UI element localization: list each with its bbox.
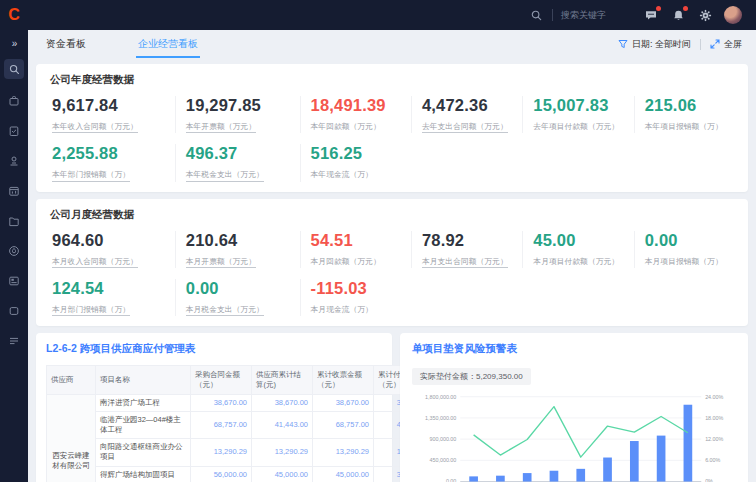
table-header-row: 供应商项目名称采购合同金额（元）供应商累计结算(元)累计收票金额（元）累计付款金… xyxy=(47,366,435,395)
metric-label: 本月税金支出（万元） xyxy=(186,305,264,316)
metric-label: 本年开票额（万元） xyxy=(186,122,256,133)
metric: 54.51本月回款额（万元） xyxy=(300,231,411,268)
supplier-cell: 西安云峰建材有限公司 xyxy=(47,394,96,482)
amount-cell: 13,290.29 xyxy=(191,439,252,466)
table-row: 临港产业园32—04#楼主体工程68,757.0041,443.0068,757… xyxy=(47,412,435,439)
project-name-cell: 向阳路交通枢纽商业办公项目 xyxy=(96,439,191,466)
risk-combo-chart[interactable]: 0.000%450,000.006.00%900,000.0012.00%1,3… xyxy=(412,389,736,482)
bar[interactable] xyxy=(576,469,585,482)
fullscreen-button[interactable]: 全屏 xyxy=(710,38,742,51)
metric-label: 本月部门报销额（万） xyxy=(52,305,130,316)
metric: 19,297.85本年开票额（万元） xyxy=(175,96,300,133)
sidebar-item-building-icon[interactable] xyxy=(6,93,22,109)
metric-label: 本月回款额（万元） xyxy=(311,257,381,266)
column-header: 采购合同金额（元） xyxy=(191,366,252,395)
supplier-payable-table: 供应商项目名称采购合同金额（元）供应商累计结算(元)累计收票金额（元）累计付款金… xyxy=(46,365,435,482)
tab-bar: 资金看板 企业经营看板 日期: 全部时间 全屏 xyxy=(28,30,756,58)
bar[interactable] xyxy=(603,458,612,482)
right-axis-tick: 6.00% xyxy=(705,458,720,464)
bell-icon[interactable] xyxy=(670,7,686,23)
search-input[interactable]: 搜索关键字 xyxy=(561,9,606,22)
metric-label: 本月支出合同额（万元） xyxy=(422,257,508,268)
metric-value: 124.54 xyxy=(52,279,165,298)
sidebar-collapse-icon[interactable]: » xyxy=(12,38,17,49)
annual-data-card: 公司年度经营数据 9,617.84本年收入合同额（万元）19,297.85本年开… xyxy=(36,64,748,192)
metric-value: -115.03 xyxy=(311,279,401,298)
tab-enterprise-dashboard[interactable]: 企业经营看板 xyxy=(136,30,200,58)
payable-table-title: L2-6-2 跨项目供应商应付管理表 xyxy=(46,342,382,356)
metric-label: 本年收入合同额（万元） xyxy=(52,122,138,133)
bar[interactable] xyxy=(657,436,666,482)
line-series[interactable] xyxy=(474,407,688,458)
monthly-metrics-grid: 964.60本月收入合同额（万元）210.64本月开票额（万元）54.51本月回… xyxy=(50,231,734,317)
gear-icon[interactable] xyxy=(697,7,713,23)
bar[interactable] xyxy=(496,476,505,482)
table-row: 西安云峰建材有限公司南洋进贤广场工程38,670.0038,670.0038,6… xyxy=(47,394,435,411)
right-axis-tick: 24.00% xyxy=(705,394,723,400)
metric-value: 516.25 xyxy=(311,144,401,163)
metric: 0.00本月税金支出（万元） xyxy=(175,279,300,316)
metric: 18,491.39本年回款额（万元） xyxy=(300,96,411,133)
bar[interactable] xyxy=(684,405,693,482)
message-icon[interactable] xyxy=(643,7,659,23)
metric: 210.64本月开票额（万元） xyxy=(175,231,300,268)
metric-label: 本年现金流（万） xyxy=(311,170,373,179)
bar-series[interactable] xyxy=(469,405,692,482)
amount-cell: 13,290.29 xyxy=(252,439,313,466)
user-avatar[interactable] xyxy=(724,6,742,24)
project-name-cell: 临港产业园32—04#楼主体工程 xyxy=(96,412,191,439)
left-axis-tick: 1,350,000.00 xyxy=(425,415,456,421)
column-header: 供应商累计结算(元) xyxy=(252,366,313,395)
table-row: 向阳路交通枢纽商业办公项目13,290.2913,290.2913,290.29… xyxy=(47,439,435,466)
right-axis-tick: 18.00% xyxy=(705,415,723,421)
metric-value: 964.60 xyxy=(52,231,165,250)
annual-card-title: 公司年度经营数据 xyxy=(50,73,734,87)
column-header: 累计收票金额（元） xyxy=(313,366,374,395)
metric-value: 9,617.84 xyxy=(52,96,165,115)
risk-card-title: 单项目垫资风险预警表 xyxy=(412,342,736,356)
left-axis-tick: 1,800,000.00 xyxy=(425,394,456,400)
fullscreen-icon xyxy=(710,39,720,49)
global-search[interactable]: 搜索关键字 xyxy=(528,7,606,23)
metric-value: 45.00 xyxy=(533,231,623,250)
sidebar-item-fund-icon[interactable] xyxy=(6,243,22,259)
metric: 124.54本月部门报销额（万） xyxy=(50,279,175,316)
tab-funds-dashboard[interactable]: 资金看板 xyxy=(44,30,88,58)
project-name-cell: 南洋进贤广场工程 xyxy=(96,394,191,411)
metric-value: 78.92 xyxy=(422,231,512,250)
bar[interactable] xyxy=(630,441,639,482)
amount-cell: 38,670.00 xyxy=(252,394,313,411)
sidebar-search-icon[interactable] xyxy=(4,59,24,79)
metric-label: 本月现金流（万） xyxy=(311,305,373,314)
dashboard-content: 公司年度经营数据 9,617.84本年收入合同额（万元）19,297.85本年开… xyxy=(28,58,756,482)
date-filter[interactable]: 日期: 全部时间 xyxy=(618,38,691,51)
amount-cell: 68,757.00 xyxy=(313,412,374,439)
message-badge xyxy=(656,6,661,11)
app-logo[interactable]: C xyxy=(0,7,28,23)
project-name-cell: 得辉广场结构加固项目 xyxy=(96,466,191,482)
metric-value: 18,491.39 xyxy=(311,96,401,115)
search-divider xyxy=(552,9,553,21)
column-header: 供应商 xyxy=(47,366,96,395)
search-icon[interactable] xyxy=(528,7,544,23)
sidebar-item-report-icon[interactable] xyxy=(6,273,22,289)
filter-divider xyxy=(700,39,701,50)
metric-label: 本月收入合同额（万元） xyxy=(52,257,138,268)
sidebar-item-box-icon[interactable] xyxy=(6,303,22,319)
funnel-icon xyxy=(618,39,628,49)
amount-cell: 45,000.00 xyxy=(252,466,313,482)
metric: 78.92本月支出合同额（万元） xyxy=(411,231,522,268)
bar[interactable] xyxy=(523,473,532,481)
sidebar-item-calendar-icon[interactable] xyxy=(6,183,22,199)
bar[interactable] xyxy=(469,477,478,482)
metric: 964.60本月收入合同额（万元） xyxy=(50,231,175,268)
sidebar-item-stamp-icon[interactable] xyxy=(6,153,22,169)
sidebar-item-clipboard-icon[interactable] xyxy=(6,123,22,139)
bar[interactable] xyxy=(550,471,559,482)
sidebar-item-folder-icon[interactable] xyxy=(6,213,22,229)
actual-advance-amount-tag: 实际垫付金额：5,209,350.00 xyxy=(412,368,531,385)
amount-cell: 41,443.00 xyxy=(252,412,313,439)
sidebar-item-list-icon[interactable] xyxy=(6,333,22,349)
metric-label: 本年税金支出（万元） xyxy=(186,170,264,181)
amount-cell: 38,670.00 xyxy=(191,394,252,411)
